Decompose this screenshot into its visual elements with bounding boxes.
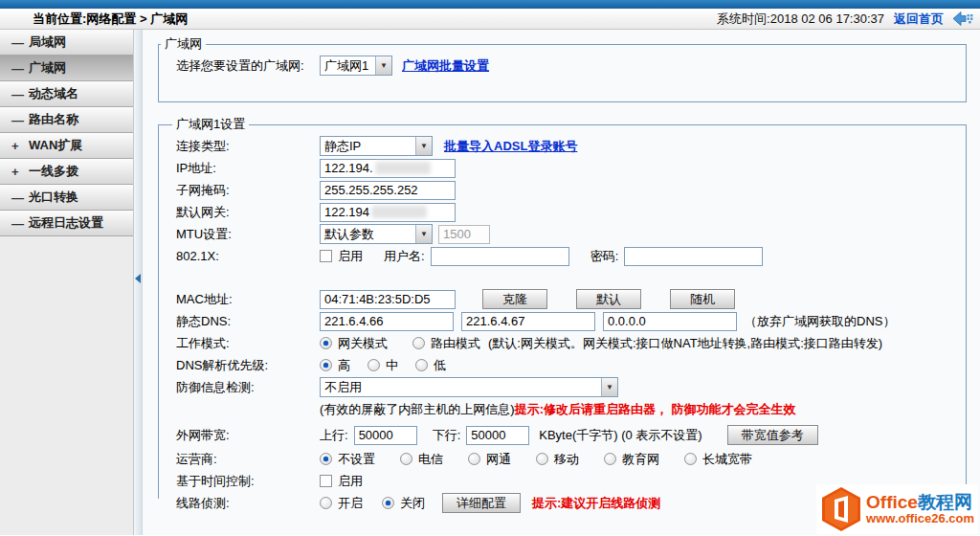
isp-gwbn-radio[interactable] [684, 453, 697, 465]
mac-label: MAC地址: [176, 291, 320, 308]
wan-select-section: 广域网 选择您要设置的广域网: 广域网1 ▼ 广域网批量设置 [158, 35, 967, 102]
sidebar-item-label: 路由名称 [29, 111, 78, 128]
dns-priority-high-radio[interactable] [320, 359, 332, 371]
line-detect-tip: 提示:建议开启线路侦测 [532, 495, 660, 512]
dot1x-pass-label: 密码: [590, 248, 619, 265]
defense-select-value: 不启用 [321, 379, 601, 396]
time-control-label: 基于时间控制: [176, 473, 320, 490]
bandwidth-label: 外网带宽: [176, 427, 320, 444]
dns-priority-mid-radio[interactable] [368, 359, 380, 371]
main-content: 广域网 选择您要设置的广域网: 广域网1 ▼ 广域网批量设置 广域网1设置 连接… [143, 30, 980, 535]
mac-input[interactable] [320, 290, 456, 309]
isp-mobile-label: 移动 [554, 451, 579, 468]
wan-select-value: 广域网1 [321, 57, 375, 75]
line-detect-off-label: 关闭 [400, 495, 425, 512]
mac-default-button[interactable]: 默认 [576, 289, 641, 309]
isp-edu-radio[interactable] [604, 453, 616, 465]
wan-batch-link[interactable]: 广域网批量设置 [402, 57, 489, 75]
adsl-import-link[interactable]: 批量导入ADSL登录账号 [444, 138, 577, 155]
bandwidth-unit-note: KByte(千字节) (0 表示不设置) [539, 427, 702, 444]
sidebar: — 局域网 — 广域网 — 动态域名 — 路由名称 + WAN扩展 + 一线多拨… [0, 30, 134, 535]
isp-telecom-radio[interactable] [400, 453, 412, 465]
mask-input[interactable] [320, 181, 456, 200]
dns-priority-low-radio[interactable] [415, 359, 428, 371]
dot1x-enable-checkbox[interactable] [320, 250, 332, 262]
work-mode-route-radio[interactable] [412, 337, 425, 349]
line-detect-label: 线路侦测: [176, 495, 320, 512]
watermark-brand: Office教程网 [866, 492, 972, 512]
line-detect-config-button[interactable]: 详细配置 [442, 493, 521, 513]
wan-select-dropdown[interactable]: 广域网1 ▼ [320, 56, 392, 76]
connection-type-value: 静态IP [321, 138, 415, 155]
connection-type-label: 连接类型: [176, 138, 320, 155]
collapse-arrow-icon [135, 274, 141, 283]
minus-icon: — [11, 216, 21, 231]
bandwidth-up-input[interactable] [354, 426, 417, 445]
defense-select[interactable]: 不启用 ▼ [320, 377, 618, 397]
office-hexagon-icon [820, 486, 862, 532]
dns-priority-label: DNS解析优先级: [176, 357, 320, 374]
sidebar-item-lan[interactable]: — 局域网 [0, 30, 133, 56]
line-detect-on-radio[interactable] [320, 497, 332, 509]
static-dns-note: （放弃广域网获取的DNS） [745, 313, 895, 330]
gateway-value: 122.194 [324, 205, 369, 219]
dns1-input[interactable] [320, 312, 454, 331]
sidebar-item-multi-dial[interactable]: + 一线多拨 [0, 159, 133, 185]
sidebar-item-label: WAN扩展 [29, 137, 82, 154]
wan-select-label: 选择您要设置的广域网: [176, 57, 320, 75]
gateway-input[interactable]: 122.194 [320, 203, 456, 222]
sidebar-item-fiber-port[interactable]: — 光口转换 [0, 185, 133, 211]
dns-priority-mid-label: 中 [386, 357, 398, 374]
breadcrumb: 当前位置:网络配置 > 广域网 [33, 11, 188, 28]
mac-clone-button[interactable]: 克隆 [482, 289, 547, 309]
gateway-label: 默认网关: [176, 204, 320, 221]
line-detect-on-label: 开启 [338, 495, 363, 512]
mac-random-button[interactable]: 随机 [670, 289, 735, 309]
dns-priority-low-label: 低 [434, 357, 446, 374]
header-bar: 当前位置:网络配置 > 广域网 系统时间:2018 02 06 17:30:37… [0, 9, 980, 30]
dot1x-password-input[interactable] [624, 247, 763, 266]
connection-type-select[interactable]: 静态IP ▼ [320, 136, 433, 156]
watermark-site: www.office26.com [866, 511, 974, 525]
mask-label: 子网掩码: [176, 182, 320, 199]
home-arrow-icon[interactable] [953, 11, 974, 26]
sidebar-collapse-handle[interactable] [134, 30, 143, 535]
work-mode-gateway-radio[interactable] [320, 337, 332, 349]
ip-input[interactable]: 122.194. [320, 159, 456, 178]
bandwidth-up-label: 上行: [320, 427, 348, 444]
home-link[interactable]: 返回首页 [894, 11, 944, 28]
sidebar-item-wan[interactable]: — 广域网 [0, 56, 133, 81]
mtu-value-input[interactable] [438, 225, 490, 244]
sidebar-item-remote-log[interactable]: — 远程日志设置 [0, 211, 133, 236]
sidebar-item-label: 光口转换 [29, 189, 78, 206]
sidebar-item-wan-extend[interactable]: + WAN扩展 [0, 133, 133, 159]
sidebar-item-label: 动态域名 [29, 85, 78, 102]
bandwidth-down-input[interactable] [466, 426, 529, 445]
section-legend: 广域网 [161, 35, 206, 53]
minus-icon: — [11, 190, 21, 205]
dot1x-username-input[interactable] [431, 247, 569, 266]
chevron-down-icon: ▼ [415, 225, 432, 243]
line-detect-off-radio[interactable] [382, 497, 394, 509]
sidebar-item-ddns[interactable]: — 动态域名 [0, 81, 133, 107]
isp-mobile-radio[interactable] [536, 453, 548, 465]
work-mode-label: 工作模式: [176, 335, 320, 352]
dot1x-enable-label: 启用 [338, 248, 363, 265]
chevron-down-icon: ▼ [375, 56, 391, 75]
ip-label: IP地址: [176, 160, 320, 177]
dns3-input[interactable] [603, 312, 737, 331]
bandwidth-down-label: 下行: [433, 427, 461, 444]
defense-label: 防御信息检测: [176, 379, 320, 396]
isp-none-radio[interactable] [320, 453, 332, 465]
dot1x-user-label: 用户名: [384, 248, 425, 265]
sidebar-item-route-name[interactable]: — 路由名称 [0, 107, 133, 133]
time-control-checkbox[interactable] [320, 475, 332, 487]
time-control-enable-label: 启用 [338, 473, 363, 490]
isp-netcom-radio[interactable] [468, 453, 480, 465]
top-blue-bar [0, 0, 980, 9]
mtu-select[interactable]: 默认参数 ▼ [320, 224, 433, 244]
bandwidth-ref-button[interactable]: 带宽值参考 [727, 425, 818, 445]
static-dns-label: 静态DNS: [176, 313, 320, 330]
dot1x-label: 802.1X: [176, 249, 320, 263]
dns2-input[interactable] [461, 312, 595, 331]
